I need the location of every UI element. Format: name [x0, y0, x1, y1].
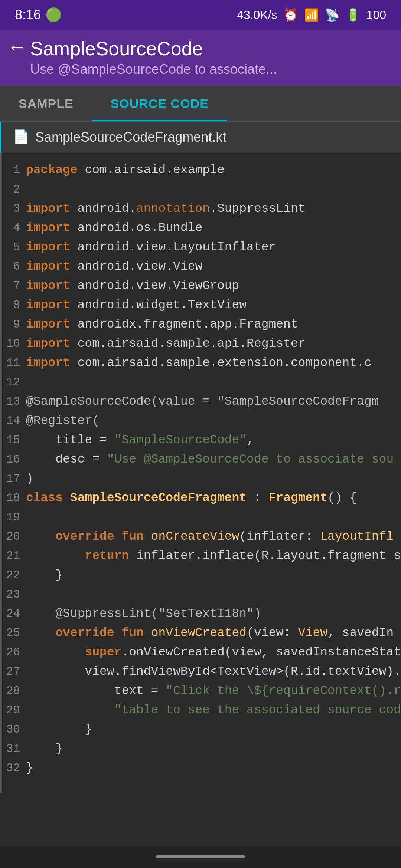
code-line: 12 [4, 373, 397, 392]
line-content: } [26, 566, 397, 585]
line-content: import android.widget.TextView [26, 296, 397, 315]
line-number: 32 [4, 759, 26, 778]
line-number: 1 [4, 161, 26, 180]
line-number: 13 [4, 392, 26, 411]
code-line: 29 "table to see the associated source c… [4, 701, 397, 720]
wifi-icon: 📡 [325, 8, 340, 22]
code-line: 15 title = "SampleSourceCode", [4, 431, 397, 450]
code-line: 21 return inflater.inflate(R.layout.frag… [4, 546, 397, 566]
app-title: SampleSourceCode [30, 37, 277, 60]
line-content: package com.airsaid.example [26, 161, 397, 180]
line-content: "table to see the associated source cod [26, 701, 401, 720]
line-number: 5 [4, 238, 26, 257]
line-content: import com.airsaid.sample.extension.comp… [26, 354, 397, 373]
line-content: } [26, 759, 397, 778]
tab-sample[interactable]: SAMPLE [0, 86, 92, 121]
status-right: 43.0K/s ⏰ 📶 📡 🔋 100 [237, 8, 386, 22]
code-line: 11import com.airsaid.sample.extension.co… [4, 354, 397, 373]
line-content: super.onViewCreated(view, savedInstanceS… [26, 643, 401, 662]
code-line: 7import android.view.ViewGroup [4, 276, 397, 296]
alarm-icon: ⏰ [283, 8, 298, 22]
line-number: 2 [4, 180, 26, 199]
code-line: 32} [4, 759, 397, 778]
status-bar: 8:16 🟢 43.0K/s ⏰ 📶 📡 🔋 100 [0, 0, 401, 30]
line-content: import android.view.View [26, 257, 397, 276]
tabs-bar: SAMPLE SOURCE CODE [0, 86, 401, 122]
app-bar-text: SampleSourceCode Use @SampleSourceCode t… [30, 37, 277, 77]
code-line: 26 super.onViewCreated(view, savedInstan… [4, 643, 397, 662]
code-line: 22 } [4, 566, 397, 585]
code-line: 4import android.os.Bundle [4, 218, 397, 238]
line-number: 27 [4, 662, 26, 681]
line-number: 10 [4, 334, 26, 354]
line-number: 16 [4, 450, 26, 469]
status-speed: 43.0K/s [237, 8, 277, 22]
code-line: 10import com.airsaid.sample.api.Register [4, 334, 397, 354]
code-container[interactable]: 1package com.airsaid.example23import and… [0, 153, 401, 793]
line-number: 28 [4, 681, 26, 701]
line-content: text = "Click the \${requireContext().re… [26, 681, 401, 701]
line-number: 25 [4, 624, 26, 643]
code-line: 27 view.findViewById<TextView>(R.id.text… [4, 662, 397, 681]
line-content: ) [26, 469, 397, 489]
code-line: 6import android.view.View [4, 257, 397, 276]
line-number: 23 [4, 585, 26, 604]
line-number: 17 [4, 469, 26, 489]
scroll-indicator [0, 153, 2, 793]
line-number: 8 [4, 296, 26, 315]
code-line: 23 [4, 585, 397, 604]
line-number: 29 [4, 701, 26, 720]
line-content: class SampleSourceCodeFragment : Fragmen… [26, 489, 397, 508]
line-number: 24 [4, 604, 26, 624]
code-line: 24 @SuppressLint("SetTextI18n") [4, 604, 397, 624]
line-content: title = "SampleSourceCode", [26, 431, 397, 450]
line-content: @SampleSourceCode(value = "SampleSourceC… [26, 392, 397, 411]
line-content: import android.os.Bundle [26, 218, 397, 238]
line-content: import com.airsaid.sample.api.Register [26, 334, 397, 354]
line-number: 9 [4, 315, 26, 334]
line-number: 3 [4, 199, 26, 218]
line-number: 6 [4, 257, 26, 276]
code-line: 1package com.airsaid.example [4, 161, 397, 180]
line-number: 22 [4, 566, 26, 585]
line-content: override fun onViewCreated(view: View, s… [26, 624, 397, 643]
code-line: 9import androidx.fragment.app.Fragment [4, 315, 397, 334]
code-line: 8import android.widget.TextView [4, 296, 397, 315]
line-number: 12 [4, 373, 26, 392]
line-number: 18 [4, 489, 26, 508]
code-line: 19 [4, 508, 397, 527]
code-line: 5import android.view.LayoutInflater [4, 238, 397, 257]
code-line: 28 text = "Click the \${requireContext()… [4, 681, 397, 701]
battery-icon: 🔋 [346, 8, 361, 22]
code-line: 20 override fun onCreateView(inflater: L… [4, 527, 397, 546]
code-line: 31 } [4, 739, 397, 759]
code-line: 3import android.annotation.SuppressLint [4, 199, 397, 218]
line-number: 11 [4, 354, 26, 373]
line-content: import android.annotation.SuppressLint [26, 199, 397, 218]
back-button[interactable]: ← [11, 39, 23, 58]
line-number: 21 [4, 546, 26, 566]
signal-icon: 📶 [304, 8, 319, 22]
file-name: SampleSourceCodeFragment.kt [35, 129, 226, 145]
line-content: } [26, 739, 397, 759]
line-content: desc = "Use @SampleSourceCode to associa… [26, 450, 397, 469]
tab-source-code[interactable]: SOURCE CODE [92, 86, 227, 121]
scroll-area[interactable]: 1package com.airsaid.example23import and… [0, 153, 401, 793]
line-content: } [26, 720, 397, 739]
code-line: 25 override fun onViewCreated(view: View… [4, 624, 397, 643]
code-line: 17) [4, 469, 397, 489]
status-time: 8:16 [15, 7, 41, 23]
file-icon: 📄 [13, 129, 29, 145]
battery-level: 100 [366, 8, 386, 22]
line-content: import androidx.fragment.app.Fragment [26, 315, 397, 334]
code-line: 30 } [4, 720, 397, 739]
line-content: @Register( [26, 411, 397, 431]
line-content: override fun onCreateView(inflater: Layo… [26, 527, 397, 546]
line-number: 7 [4, 276, 26, 296]
app-bar: ← SampleSourceCode Use @SampleSourceCode… [0, 30, 401, 86]
line-content: @SuppressLint("SetTextI18n") [26, 604, 397, 624]
bottom-pill [156, 855, 245, 858]
line-number: 4 [4, 218, 26, 238]
line-content: import android.view.ViewGroup [26, 276, 397, 296]
file-header: 📄 SampleSourceCodeFragment.kt [0, 122, 401, 153]
